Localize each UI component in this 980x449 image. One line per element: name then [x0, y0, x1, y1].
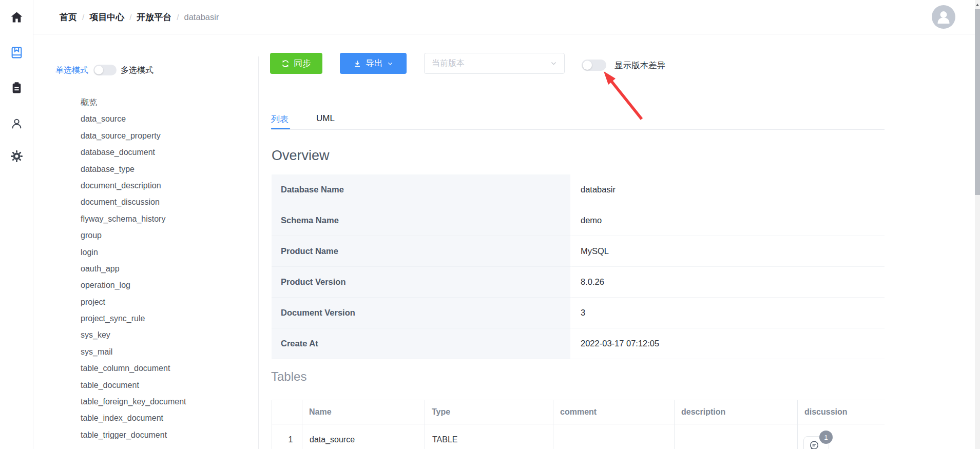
breadcrumb-separator: /	[82, 13, 84, 22]
chevron-down-icon	[387, 61, 393, 67]
overview-row: Schema Name demo	[272, 205, 885, 236]
breadcrumb: 首页 / 项目中心 / 开放平台 / databasir	[60, 0, 219, 34]
scrollbar-thumb[interactable]	[975, 9, 980, 195]
overview-row-value: demo	[571, 205, 885, 236]
download-icon	[353, 60, 361, 68]
nav-item[interactable]: operation_log	[81, 277, 255, 294]
nav-item[interactable]: database_type	[81, 161, 255, 178]
overview-title: Overview	[272, 148, 330, 164]
breadcrumb-separator: /	[177, 13, 179, 22]
col-name: Name	[302, 400, 425, 424]
table-header-row: Name Type comment description discussion	[272, 400, 885, 424]
book-icon[interactable]	[10, 46, 23, 59]
row-comment	[553, 424, 675, 449]
breadcrumb-project-center[interactable]: 项目中心	[89, 11, 124, 23]
overview-row-label: Product Name	[272, 236, 571, 267]
row-type: TABLE	[425, 424, 553, 449]
settings-icon[interactable]	[10, 150, 23, 163]
overview-row: Product Version 8.0.26	[272, 267, 885, 298]
breadcrumb-home[interactable]: 首页	[60, 11, 77, 23]
overview-row-value: 3	[571, 298, 885, 328]
home-icon[interactable]	[10, 11, 23, 24]
row-description	[675, 424, 798, 449]
avatar-user-icon	[932, 5, 955, 29]
overview-table: Database Name databasir Schema Name demo…	[272, 174, 885, 359]
sync-button-label: 同步	[294, 57, 311, 69]
overview-row-label: Create At	[272, 328, 571, 359]
table-row: 1 data_source TABLE 1	[272, 424, 885, 449]
nav-item[interactable]: sys_mail	[81, 344, 255, 360]
nav-item[interactable]: table_foreign_key_document	[81, 394, 255, 410]
nav-item[interactable]: document_description	[81, 178, 255, 194]
overview-row: Create At 2022-03-17 07:12:05	[272, 328, 885, 359]
multi-select-mode-label[interactable]: 多选模式	[121, 65, 153, 76]
sync-button[interactable]: 同步	[270, 53, 322, 74]
avatar[interactable]	[932, 5, 955, 29]
sync-icon	[281, 60, 290, 68]
nav-item-overview[interactable]: 概览	[81, 94, 255, 111]
overview-row: Document Version 3	[272, 298, 885, 328]
overview-row-value: 2022-03-17 07:12:05	[571, 328, 885, 359]
row-name: data_source	[302, 424, 425, 449]
col-index	[272, 400, 302, 424]
mode-toggle[interactable]	[93, 65, 117, 75]
breadcrumb-current: databasir	[184, 12, 219, 22]
nav-item[interactable]: sys_key	[81, 327, 255, 343]
breadcrumb-separator: /	[129, 13, 131, 22]
nav-item[interactable]: project_sync_rule	[81, 310, 255, 327]
version-select-placeholder: 当前版本	[432, 58, 550, 69]
export-button-label: 导出	[366, 57, 383, 69]
app-root: 首页 / 项目中心 / 开放平台 / databasir 单选模式 多选模式 概…	[0, 0, 980, 449]
nav-item[interactable]: data_source_property	[81, 128, 255, 144]
nav-item[interactable]: oauth_app	[81, 261, 255, 277]
nav-item[interactable]: document_discussion	[81, 194, 255, 210]
export-button[interactable]: 导出	[340, 53, 407, 74]
chevron-down-icon	[550, 60, 557, 67]
scrollbar-up-arrow[interactable]	[976, 4, 979, 6]
nav-item[interactable]: data_source	[81, 111, 255, 127]
nav-item[interactable]: flyway_schema_history	[81, 211, 255, 227]
overview-row-label: Document Version	[272, 298, 571, 328]
discussion-bubble-icon	[809, 440, 820, 449]
breadcrumb-open-platform[interactable]: 开放平台	[137, 11, 171, 23]
overview-row: Database Name databasir	[272, 174, 885, 205]
annotation-red-arrow	[595, 67, 652, 123]
nav-item[interactable]: login	[81, 244, 255, 261]
tab-bar-divider	[271, 129, 885, 130]
overview-row-label: Schema Name	[272, 205, 571, 236]
version-select[interactable]: 当前版本	[424, 53, 565, 74]
single-select-mode-label[interactable]: 单选模式	[55, 65, 88, 76]
diff-toggle-knob	[583, 61, 592, 70]
discussion-count-badge: 1	[819, 431, 833, 444]
table-nav-list: 概览 data_source data_source_property data…	[81, 94, 255, 443]
show-version-diff-label: 显示版本差异	[614, 60, 665, 71]
col-comment: comment	[553, 400, 675, 424]
col-type: Type	[425, 400, 553, 424]
tables-table: Name Type comment description discussion…	[272, 400, 885, 449]
nav-item[interactable]: database_document	[81, 144, 255, 161]
nav-item[interactable]: table_document	[81, 377, 255, 394]
nav-item[interactable]: table_index_document	[81, 410, 255, 426]
overview-row-label: Product Version	[272, 267, 571, 298]
show-version-diff-toggle[interactable]	[582, 60, 606, 71]
row-index: 1	[272, 424, 302, 449]
mode-toggle-knob	[94, 66, 103, 74]
row-discussion-cell: 1	[798, 424, 885, 449]
panel-divider	[258, 56, 259, 449]
icon-rail	[0, 0, 33, 449]
user-icon[interactable]	[10, 117, 23, 130]
overview-row-label: Database Name	[272, 174, 571, 205]
tables-table-wrap: Name Type comment description discussion…	[272, 400, 885, 449]
overview-row-value: databasir	[571, 174, 885, 205]
tab-list[interactable]: 列表	[271, 113, 289, 125]
nav-item[interactable]: table_trigger_document	[81, 427, 255, 443]
nav-item[interactable]: project	[81, 294, 255, 310]
tab-uml[interactable]: UML	[316, 113, 335, 124]
tables-title: Tables	[271, 369, 306, 384]
overview-row-value: MySQL	[571, 236, 885, 267]
clipboard-icon[interactable]	[10, 82, 23, 94]
overview-row-value: 8.0.26	[571, 267, 885, 298]
col-discussion: discussion	[798, 400, 885, 424]
nav-item[interactable]: group	[81, 227, 255, 244]
nav-item[interactable]: table_column_document	[81, 360, 255, 377]
